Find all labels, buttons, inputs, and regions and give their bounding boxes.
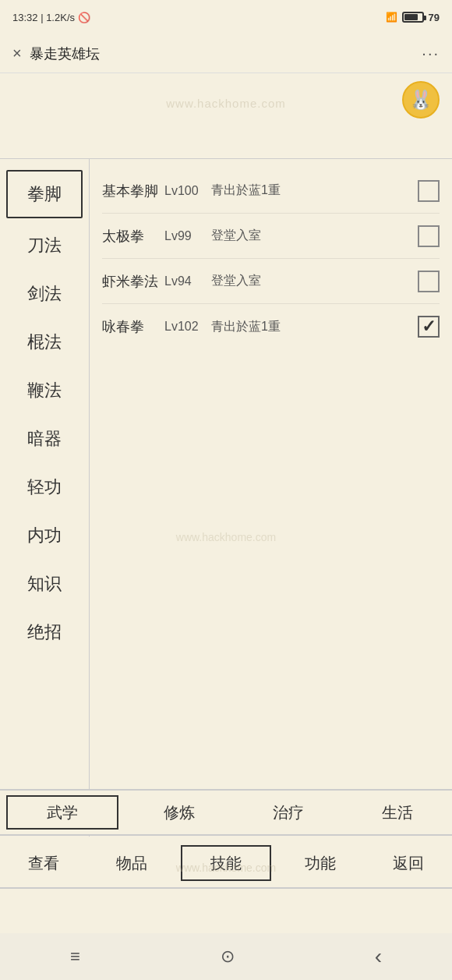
avatar-emoji: 🐰	[409, 89, 433, 111]
sidebar-item-qinggong[interactable]: 轻功	[0, 463, 89, 511]
nav-back-icon[interactable]: ‹	[375, 944, 382, 969]
skill-row-2: 虾米拳法 Lv94 登堂入室	[102, 259, 440, 304]
sidebar-label-7: 内功	[27, 524, 62, 547]
sidebar-item-zhishi[interactable]: 知识	[0, 560, 89, 608]
skill-rank-1: 登堂入室	[211, 228, 418, 244]
action-wupin[interactable]: 物品	[88, 839, 176, 887]
action-label-3: 功能	[305, 853, 336, 874]
sidebar-label-6: 轻功	[27, 476, 62, 499]
sidebar-item-quanjiao[interactable]: 拳脚	[6, 170, 83, 218]
status-left: 13:32 | 1.2K/s 🚫	[12, 12, 90, 23]
sidebar-label-0: 拳脚	[27, 182, 62, 206]
nav-bar: ≡ ⊙ ‹	[0, 933, 452, 980]
skill-rank-0: 青出於蓝1重	[211, 182, 418, 199]
signal-icon: 📶	[386, 12, 397, 23]
sidebar-label-2: 剑法	[27, 282, 62, 306]
skill-rank-3: 青出於蓝1重	[211, 319, 418, 335]
page-title: 暴走英雄坛	[30, 44, 100, 63]
status-time: 13:32 | 1.2K/s	[12, 12, 75, 23]
sidebar-label-4: 鞭法	[27, 379, 62, 402]
skill-level-3: Lv102	[164, 320, 211, 334]
more-button[interactable]: ···	[422, 44, 440, 62]
nav-home-icon[interactable]: ⊙	[221, 946, 235, 967]
skill-level-0: Lv100	[164, 184, 211, 198]
skill-name-1: 太极拳	[102, 227, 164, 246]
bottom-tabs: 武学 修炼 治疗 生活	[0, 789, 452, 836]
main-content: www.hackhome.com 🐰 拳脚 刀法 剑法 棍法 鞭法 暗器	[0, 73, 452, 837]
sidebar-item-gunfa[interactable]: 棍法	[0, 318, 89, 366]
skill-level-1: Lv99	[164, 229, 211, 243]
tab-label-0: 武学	[47, 802, 78, 823]
sidebar-label-1: 刀法	[27, 234, 62, 257]
sidebar: 拳脚 刀法 剑法 棍法 鞭法 暗器 轻功 内功	[0, 159, 90, 837]
skill-row-0: 基本拳脚 Lv100 青出於蓝1重	[102, 168, 440, 214]
sidebar-item-daofa[interactable]: 刀法	[0, 221, 89, 270]
tab-label-1: 修炼	[164, 802, 195, 823]
tab-label-2: 治疗	[273, 802, 304, 823]
action-label-4: 返回	[393, 853, 424, 874]
skill-row-3: 咏春拳 Lv102 青出於蓝1重 ✓	[102, 304, 440, 349]
skills-area: 拳脚 刀法 剑法 棍法 鞭法 暗器 轻功 内功	[0, 159, 452, 837]
action-jineng[interactable]: 技能	[181, 845, 272, 881]
tab-zhiliao[interactable]: 治疗	[234, 791, 343, 834]
skill-name-2: 虾米拳法	[102, 272, 164, 291]
no-disturb-icon: 🚫	[78, 12, 90, 23]
action-bar: 查看 物品 技能 功能 返回	[0, 839, 452, 889]
action-gongneng[interactable]: 功能	[276, 839, 364, 887]
skill-list: 基本拳脚 Lv100 青出於蓝1重 太极拳 Lv99 登堂入室 虾米拳法 Lv9…	[90, 159, 452, 837]
nav-menu-icon[interactable]: ≡	[70, 946, 80, 967]
banner-area: www.hackhome.com 🐰	[0, 73, 452, 159]
skill-checkbox-3[interactable]: ✓	[418, 316, 440, 338]
skill-name-0: 基本拳脚	[102, 182, 164, 200]
sidebar-label-3: 棍法	[27, 331, 62, 354]
tab-label-3: 生活	[382, 802, 413, 823]
watermark-top: www.hackhome.com	[166, 97, 286, 110]
action-chakan[interactable]: 查看	[0, 839, 88, 887]
sidebar-label-9: 绝招	[27, 621, 62, 644]
skill-row-1: 太极拳 Lv99 登堂入室	[102, 214, 440, 259]
close-button[interactable]: ×	[12, 44, 22, 62]
action-fanhui[interactable]: 返回	[364, 839, 452, 887]
status-bar: 13:32 | 1.2K/s 🚫 📶 79	[0, 0, 452, 34]
skill-checkbox-0[interactable]	[418, 180, 440, 202]
sidebar-item-bianfa[interactable]: 鞭法	[0, 366, 89, 415]
sidebar-label-8: 知识	[27, 572, 62, 596]
sidebar-label-5: 暗器	[27, 427, 62, 451]
tab-wuxue[interactable]: 武学	[6, 795, 118, 830]
skill-checkbox-1[interactable]	[418, 225, 440, 247]
sidebar-item-neigong[interactable]: 内功	[0, 511, 89, 560]
skill-rank-2: 登堂入室	[211, 273, 418, 289]
battery-level: 79	[429, 12, 440, 23]
tab-xiulian[interactable]: 修炼	[125, 791, 234, 834]
sidebar-item-juezao[interactable]: 绝招	[0, 608, 89, 656]
skill-checkbox-2[interactable]	[418, 271, 440, 292]
status-right: 📶 79	[386, 12, 440, 23]
sidebar-item-jianfa[interactable]: 剑法	[0, 270, 89, 318]
tab-shenghuo[interactable]: 生活	[343, 791, 452, 834]
battery-icon	[402, 12, 424, 23]
skill-level-2: Lv94	[164, 274, 211, 288]
action-label-2: 技能	[210, 853, 242, 874]
action-label-0: 查看	[28, 853, 59, 874]
skill-name-3: 咏春拳	[102, 317, 164, 336]
sidebar-item-anqi[interactable]: 暗器	[0, 415, 89, 463]
title-bar: × 暴走英雄坛 ···	[0, 34, 452, 73]
avatar[interactable]: 🐰	[402, 81, 440, 119]
action-label-1: 物品	[116, 853, 147, 874]
